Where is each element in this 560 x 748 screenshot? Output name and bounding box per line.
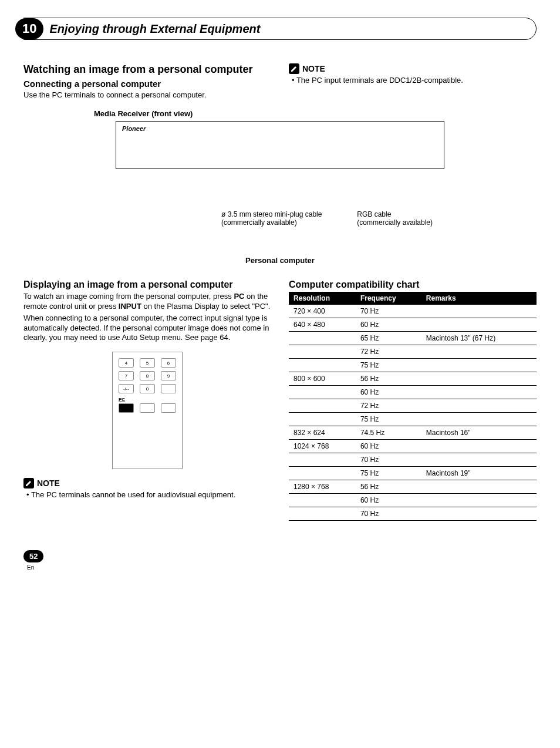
remote-btn-blank [161,384,176,393]
table-cell: 60 Hz [356,385,421,399]
table-cell [421,318,537,331]
table-cell: Macintosh 13" (67 Hz) [421,331,537,345]
remote-btn-x2 [161,403,176,413]
table-cell [289,493,356,507]
watching-heading: Watching an image from a personal comput… [23,63,271,76]
media-receiver-outline: Pioneer [116,121,444,169]
remote-row-2: 7 8 9 [119,371,176,380]
compat-heading: Computer compatibility chart [289,279,537,290]
table-cell: Macintosh 16" [421,426,537,439]
table-cell: 70 Hz [356,305,421,318]
table-cell: 72 Hz [356,399,421,412]
remote-btn-6: 6 [161,358,176,368]
table-cell: 75 Hz [356,358,421,372]
remote-btn-4: 4 [119,358,134,368]
compat-tbody: 720 × 40070 Hz640 × 48060 Hz65 HzMacinto… [289,305,537,521]
page-footer: 52 En [23,550,537,571]
diagram-box: Pioneer ø 3.5 mm stereo mini-plug cable … [116,121,444,265]
table-cell [421,385,537,399]
bottom-columns: Displaying an image from a personal comp… [23,277,537,521]
table-cell: 70 Hz [356,507,421,520]
table-cell: 720 × 400 [289,305,356,318]
table-row: 60 Hz [289,493,537,507]
table-cell: 800 × 600 [289,372,356,385]
page-number: 52 [23,550,43,562]
table-cell: 832 × 624 [289,426,356,439]
table-cell [289,466,356,480]
table-row: 800 × 60056 Hz [289,372,537,385]
th-remarks: Remarks [421,292,537,305]
note-bottom-body: • The PC terminals cannot be used for au… [32,490,271,500]
cable-left-line1: ø 3.5 mm stereo mini-plug cable [221,210,322,218]
remote-row-3: -/-- 0 [119,384,176,393]
table-row: 1024 × 76860 Hz [289,439,537,453]
table-cell [289,507,356,520]
note-top: NOTE [289,63,537,74]
table-cell: 74.5 Hz [356,426,421,439]
table-row: 75 Hz [289,358,537,372]
note-top-body: • The PC input terminals are DDC1/2B-com… [298,76,537,86]
pc-bold: PC [234,292,244,301]
note-bottom: NOTE [23,478,271,488]
connecting-body: Use the PC terminals to connect a person… [23,90,271,100]
table-row: 75 HzMacintosh 19" [289,466,537,480]
pencil-icon [23,478,34,488]
table-row: 72 Hz [289,345,537,358]
remote-btn-8: 8 [140,371,155,380]
remote-btn-pc [119,403,134,413]
table-cell: 75 Hz [356,466,421,480]
table-cell [421,305,537,318]
table-cell [421,493,537,507]
table-cell [421,358,537,372]
cable-right-line2: (commercially available) [357,218,433,227]
table-cell: 1024 × 768 [289,439,356,453]
compat-column: Computer compatibility chart Resolution … [289,277,537,521]
cable-left-line2: (commercially available) [221,218,297,227]
body1-e: on the Plasma Display to select "PC". [141,302,271,311]
table-cell [289,385,356,399]
displaying-body2: When connecting to a personal computer, … [23,314,271,343]
rgb-cable-label: RGB cable (commercially available) [357,210,433,227]
table-cell [289,412,356,426]
table-cell [289,331,356,345]
table-row: 70 Hz [289,507,537,520]
note-label-text: NOTE [302,64,325,73]
connecting-subheading: Connecting a personal computer [23,79,271,89]
table-cell [421,372,537,385]
table-cell [421,480,537,493]
table-row: 72 Hz [289,399,537,412]
table-cell: 60 Hz [356,493,421,507]
table-row: 70 Hz [289,453,537,466]
table-cell: 640 × 480 [289,318,356,331]
table-row: 640 × 48060 Hz [289,318,537,331]
th-resolution: Resolution [289,292,356,305]
table-cell [421,453,537,466]
table-row: 832 × 62474.5 HzMacintosh 16" [289,426,537,439]
table-cell: 70 Hz [356,453,421,466]
pencil-icon [289,63,299,74]
table-row: 720 × 40070 Hz [289,305,537,318]
remote-pc-label: PC [119,397,176,402]
cable-right-line1: RGB cable [357,210,391,218]
table-cell [421,439,537,453]
chapter-title: Enjoying through External Equipment [49,19,260,39]
table-cell: 56 Hz [356,480,421,493]
displaying-column: Displaying an image from a personal comp… [23,277,271,521]
table-row: 1280 × 76856 Hz [289,480,537,493]
table-cell [421,345,537,358]
connection-diagram: Media Receiver (front view) Pioneer ø 3.… [23,109,537,265]
remote-row-pc [119,403,176,413]
chapter-header: 10 Enjoying through External Equipment [23,18,537,40]
table-cell: 75 Hz [356,412,421,426]
page-lang: En [27,564,34,571]
personal-computer-caption: Personal computer [116,256,444,265]
displaying-heading: Displaying an image from a personal comp… [23,279,271,290]
remote-btn-5: 5 [140,358,155,368]
table-cell [421,399,537,412]
table-cell [289,453,356,466]
table-cell [421,507,537,520]
top-left-column: Watching an image from a personal comput… [23,58,271,102]
table-cell [289,399,356,412]
table-cell: 60 Hz [356,318,421,331]
table-cell: 65 Hz [356,331,421,345]
